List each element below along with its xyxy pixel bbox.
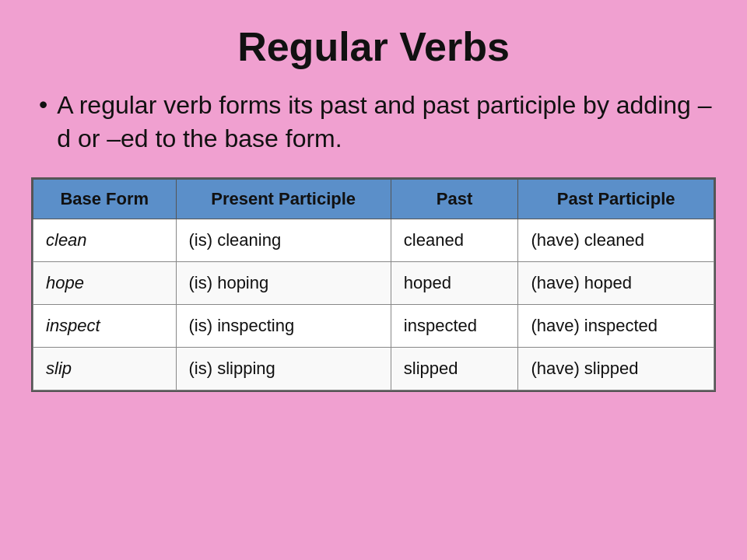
page-title: Regular Verbs — [31, 23, 716, 70]
table-cell-r0-c0: clean — [33, 219, 177, 262]
table-header-row: Base Form Present Participle Past Past P… — [33, 180, 714, 219]
table-cell-r1-c3: (have) hoped — [518, 262, 714, 305]
intro-text: A regular verb forms its past and past p… — [57, 89, 716, 156]
table-cell-r2-c0: inspect — [33, 305, 177, 348]
table-cell-r2-c3: (have) inspected — [518, 305, 714, 348]
table-cell-r0-c2: cleaned — [391, 219, 518, 262]
table-cell-r1-c1: (is) hoping — [176, 262, 391, 305]
table-row: inspect(is) inspectinginspected(have) in… — [33, 305, 714, 348]
col-header-base-form: Base Form — [33, 180, 177, 219]
table-cell-r2-c2: inspected — [391, 305, 518, 348]
table-cell-r1-c2: hoped — [391, 262, 518, 305]
table-cell-r0-c1: (is) cleaning — [176, 219, 391, 262]
table-cell-r2-c1: (is) inspecting — [176, 305, 391, 348]
verb-table: Base Form Present Participle Past Past P… — [33, 179, 714, 390]
table-row: slip(is) slippingslipped(have) slipped — [33, 348, 714, 390]
table-row: hope(is) hopinghoped(have) hoped — [33, 262, 714, 305]
col-header-past-participle: Past Participle — [518, 180, 714, 219]
bullet-point: • — [39, 89, 47, 121]
table-cell-r1-c0: hope — [33, 262, 177, 305]
intro-section: • A regular verb forms its past and past… — [31, 89, 716, 156]
verb-table-wrapper: Base Form Present Participle Past Past P… — [31, 177, 716, 392]
table-cell-r3-c3: (have) slipped — [518, 348, 714, 390]
table-cell-r3-c0: slip — [33, 348, 177, 390]
col-header-past: Past — [391, 180, 518, 219]
table-row: clean(is) cleaningcleaned(have) cleaned — [33, 219, 714, 262]
col-header-present-participle: Present Participle — [176, 180, 391, 219]
table-cell-r3-c2: slipped — [391, 348, 518, 390]
table-cell-r3-c1: (is) slipping — [176, 348, 391, 390]
table-cell-r0-c3: (have) cleaned — [518, 219, 714, 262]
